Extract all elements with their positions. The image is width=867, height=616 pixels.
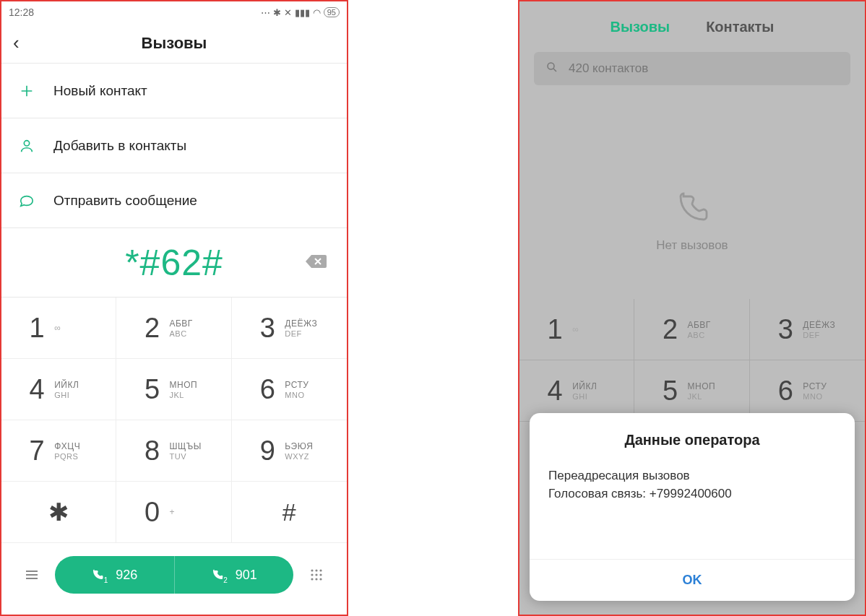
key-digit: 3 <box>257 313 277 344</box>
key-letters: ЬЭЮЯWXYZ <box>285 441 321 461</box>
mute-icon: ✕ <box>284 7 292 18</box>
signal-icon: ▮▮▮ <box>295 7 310 18</box>
call-button-group: 1 926 2 901 <box>55 556 293 594</box>
message-icon <box>19 193 53 209</box>
keypad-key-1[interactable]: 1∞ <box>519 299 634 360</box>
empty-state: Нет вызовов <box>519 97 865 253</box>
key-digit: 1 <box>545 314 565 345</box>
key-letters: ДЕЁЖЗDEF <box>285 318 321 338</box>
svg-point-7 <box>311 578 313 580</box>
phone-left: 12:28 ⋯ ✱ ✕ ▮▮▮ ◠ 95 ‹ Вызовы Новый конт… <box>0 0 348 616</box>
key-digit: 4 <box>545 376 565 407</box>
keypad-key-9[interactable]: 9ЬЭЮЯWXYZ <box>232 420 347 482</box>
menu-icon[interactable] <box>14 566 49 584</box>
action-new-contact[interactable]: Новый контакт <box>1 64 347 118</box>
search-text: 420 контактов <box>569 61 648 76</box>
sim2-label: 901 <box>236 568 257 583</box>
key-digit: 3 <box>775 314 795 345</box>
key-letters: АБВГABC <box>169 318 205 338</box>
phone-icon: 2 <box>211 568 224 581</box>
backspace-icon[interactable] <box>305 253 327 272</box>
key-letters: ШЩЪЫTUV <box>169 441 205 461</box>
key-digit: 0 <box>142 497 162 528</box>
key-digit: 7 <box>27 435 47 467</box>
key-digit: 9 <box>257 435 277 467</box>
key-digit: 4 <box>27 374 47 405</box>
call-sim2-button[interactable]: 2 901 <box>175 556 294 594</box>
key-letters: РСТУMNO <box>285 380 321 399</box>
svg-point-5 <box>315 573 317 576</box>
key-digit: # <box>279 498 299 526</box>
keypad-key-3[interactable]: 3ДЕЁЖЗDEF <box>232 298 347 359</box>
bluetooth-icon: ✱ <box>273 7 281 18</box>
keypad-key-8[interactable]: 8ШЩЪЫTUV <box>116 420 231 482</box>
more-icon: ⋯ <box>261 7 270 18</box>
dialog-title: Данные оператора <box>548 432 836 448</box>
tabs: Вызовы Контакты <box>519 1 865 52</box>
key-digit: 6 <box>775 376 795 407</box>
plus-icon <box>19 83 53 99</box>
phone-outline-icon <box>675 191 709 225</box>
page-title: Вызовы <box>13 34 335 53</box>
key-letters: + <box>169 507 205 517</box>
number-display: *#62# <box>1 228 347 298</box>
status-icons: ⋯ ✱ ✕ ▮▮▮ ◠ 95 <box>261 7 340 18</box>
key-digit: ✱ <box>48 498 69 526</box>
tab-calls[interactable]: Вызовы <box>611 19 670 35</box>
person-icon <box>19 138 53 154</box>
svg-point-2 <box>315 569 317 571</box>
keypad-key-3[interactable]: 3ДЕЁЖЗDEF <box>750 299 865 360</box>
svg-point-10 <box>548 63 554 69</box>
key-letters: ДЕЁЖЗDEF <box>803 320 839 339</box>
svg-point-4 <box>311 573 313 576</box>
key-letters: РСТУMNO <box>803 381 839 401</box>
svg-point-6 <box>319 573 322 576</box>
empty-text: Нет вызовов <box>519 238 865 253</box>
key-letters: ∞ <box>54 323 90 333</box>
dialog-body: Переадресация вызовов Голосовая связь: +… <box>548 467 836 559</box>
key-letters: ФХЦЧPQRS <box>54 441 90 461</box>
status-bar: 12:28 ⋯ ✱ ✕ ▮▮▮ ◠ 95 <box>1 1 347 23</box>
search-icon <box>545 61 558 77</box>
keypad-key-7[interactable]: 7ФХЦЧPQRS <box>1 420 116 482</box>
dialog-line: Переадресация вызовов <box>548 467 836 485</box>
wifi-icon: ◠ <box>313 7 321 18</box>
action-list: Новый контакт Добавить в контакты Отправ… <box>1 64 347 228</box>
keypad-key-1[interactable]: 1∞ <box>1 298 116 359</box>
phone-right: Вызовы Контакты 420 контактов Нет вызово… <box>518 0 866 616</box>
keypad-key-2[interactable]: 2АБВГABC <box>634 299 749 360</box>
dialpad-icon[interactable] <box>299 566 334 584</box>
bottom-bar: 1 926 2 901 <box>1 543 347 607</box>
keypad-key-0[interactable]: 0+ <box>116 482 231 543</box>
keypad-key-✱[interactable]: ✱ <box>1 482 116 543</box>
operator-dialog: Данные оператора Переадресация вызовов Г… <box>530 413 855 601</box>
key-letters: ∞ <box>572 324 608 334</box>
action-add-to-contacts[interactable]: Добавить в контакты <box>1 118 347 173</box>
key-digit: 2 <box>142 313 162 344</box>
keypad-key-4[interactable]: 4ИЙКЛGHI <box>1 359 116 420</box>
action-send-message[interactable]: Отправить сообщение <box>1 173 347 228</box>
key-digit: 1 <box>27 313 47 344</box>
key-digit: 5 <box>142 374 162 405</box>
battery-indicator: 95 <box>324 7 340 17</box>
header: ‹ Вызовы <box>1 23 347 64</box>
key-letters: ИЙКЛGHI <box>572 381 608 401</box>
dialog-line: Голосовая связь: +79992400600 <box>548 485 836 503</box>
key-digit: 5 <box>660 376 680 407</box>
key-letters: АБВГABC <box>687 320 723 339</box>
svg-point-0 <box>24 140 29 145</box>
action-label: Новый контакт <box>53 83 147 99</box>
keypad-key-2[interactable]: 2АБВГABC <box>116 298 231 359</box>
phone-icon: 1 <box>91 568 104 581</box>
key-digit: 6 <box>257 374 277 405</box>
sim1-label: 926 <box>116 568 137 583</box>
ok-button[interactable]: OK <box>530 559 855 601</box>
keypad: 1∞2АБВГABC3ДЕЁЖЗDEF4ИЙКЛGHI5МНОПJKL6РСТУ… <box>1 298 347 543</box>
search-bar[interactable]: 420 контактов <box>534 52 850 85</box>
keypad-key-#[interactable]: # <box>232 482 347 543</box>
svg-point-8 <box>315 578 317 580</box>
tab-contacts[interactable]: Контакты <box>706 19 774 35</box>
call-sim1-button[interactable]: 1 926 <box>55 556 175 594</box>
keypad-key-5[interactable]: 5МНОПJKL <box>116 359 231 420</box>
keypad-key-6[interactable]: 6РСТУMNO <box>232 359 347 420</box>
